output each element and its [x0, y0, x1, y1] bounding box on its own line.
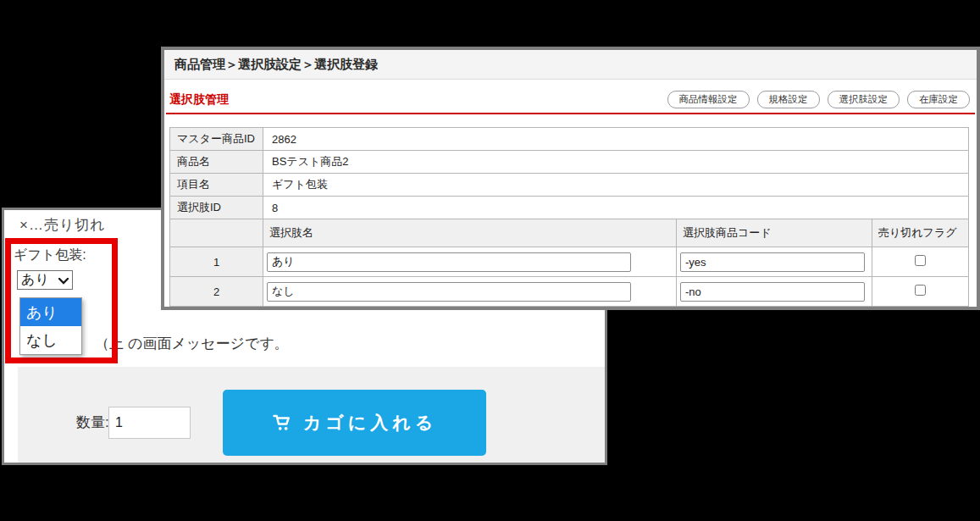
gift-wrap-select-value: あり [21, 271, 49, 289]
breadcrumb: 商品管理＞選択肢設定＞選択肢登録 [164, 50, 977, 80]
info-label: 選択肢ID [170, 197, 263, 219]
table-row: 1 [170, 247, 969, 277]
admin-window: 商品管理＞選択肢設定＞選択肢登録 選択肢管理 商品情報設定 規格設定 選択肢設定… [161, 47, 980, 310]
chevron-down-icon [58, 273, 69, 288]
row-index: 1 [170, 247, 263, 277]
soldout-checkbox-1[interactable] [915, 255, 926, 266]
option-code-input-2[interactable] [680, 282, 865, 302]
info-row: 商品名 BSテスト商品2 [170, 151, 969, 174]
screenshot-canvas: ×…売り切れ （上 の画面メッセージです。 ギフト包装: あり あり なし [0, 0, 980, 521]
column-header-option-name: 選択肢名 [263, 219, 677, 247]
info-value: 2862 [263, 128, 969, 151]
info-value: BSテスト商品2 [263, 151, 969, 174]
info-row: マスター商品ID 2862 [170, 128, 969, 151]
option-code-input-1[interactable] [680, 252, 865, 272]
red-highlight-annotation: ギフト包装: あり あり なし [5, 238, 118, 363]
option-settings-button[interactable]: 選択肢設定 [828, 91, 900, 108]
info-row: 選択肢ID 8 [170, 197, 969, 219]
info-row: 項目名 ギフト包装 [170, 174, 969, 197]
table-row: 2 [170, 277, 969, 307]
gift-wrap-select[interactable]: あり [17, 270, 73, 290]
section-divider [166, 113, 975, 114]
product-info-settings-button[interactable]: 商品情報設定 [667, 91, 750, 108]
options-table: マスター商品ID 2862 商品名 BSテスト商品2 項目名 ギフト包装 選択肢… [169, 127, 969, 310]
add-to-cart-button[interactable]: カゴに入れる [223, 390, 486, 456]
gift-wrap-label: ギフト包装: [14, 247, 86, 264]
info-label: 商品名 [170, 151, 263, 174]
quantity-label: 数量: [76, 413, 109, 432]
screen-message-text: の画面メッセージです。 [128, 334, 289, 353]
purchase-panel: 数量: カゴに入れる [18, 367, 605, 463]
info-label: マスター商品ID [170, 128, 263, 151]
soldout-legend-text: ×…売り切れ [19, 215, 106, 235]
row-index: 3 [170, 307, 263, 311]
settings-nav: 商品情報設定 規格設定 選択肢設定 在庫設定 [667, 91, 971, 108]
soldout-checkbox-2[interactable] [915, 285, 926, 296]
cart-icon [272, 413, 292, 433]
page-title: 選択肢管理 [169, 92, 229, 108]
options-header-row: 選択肢名 選択肢商品コード 売り切れフラグ [170, 219, 969, 247]
column-header-soldout-flag: 売り切れフラグ [872, 219, 969, 247]
info-value: 8 [263, 197, 969, 219]
column-header-option-code: 選択肢商品コード [677, 219, 872, 247]
spec-settings-button[interactable]: 規格設定 [757, 91, 820, 108]
add-to-cart-label: カゴに入れる [303, 411, 437, 435]
option-name-input-1[interactable] [267, 252, 631, 272]
quantity-input[interactable] [108, 407, 191, 439]
table-row: 3 [170, 307, 969, 311]
dropdown-option-ari[interactable]: あり [20, 298, 81, 326]
info-value: ギフト包装 [263, 174, 969, 197]
info-label: 項目名 [170, 174, 263, 197]
dropdown-option-nashi[interactable]: なし [20, 326, 81, 354]
gift-wrap-dropdown-list: あり なし [19, 297, 82, 355]
option-name-input-2[interactable] [267, 282, 631, 302]
row-index: 2 [170, 277, 263, 307]
stock-settings-button[interactable]: 在庫設定 [907, 91, 970, 108]
